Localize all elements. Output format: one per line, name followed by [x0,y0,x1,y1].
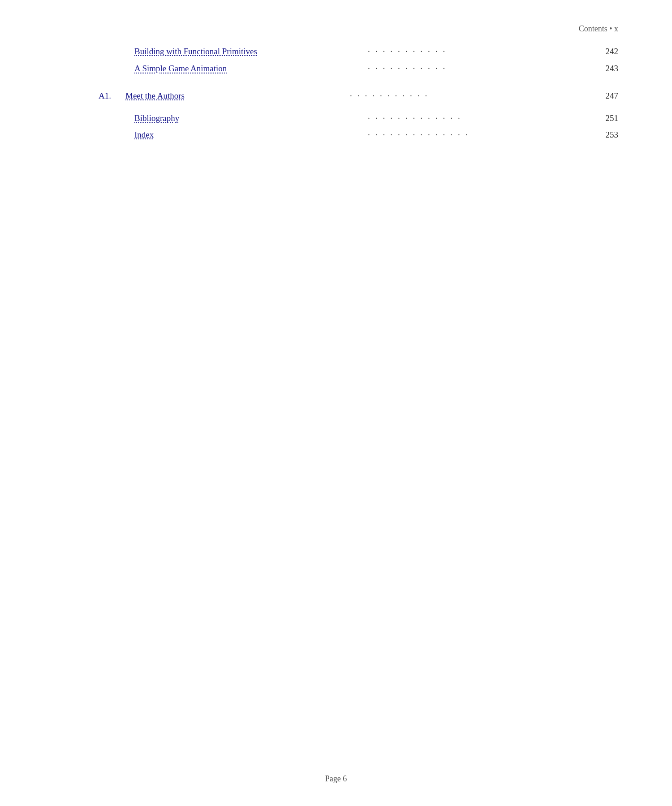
toc-label-area-index: Index [134,128,360,142]
toc-link-index[interactable]: Index [134,128,154,142]
toc-link-game[interactable]: A Simple Game Animation [134,62,227,75]
toc-section-num-a1: A1. [99,89,125,103]
toc-link-bibliography[interactable]: Bibliography [134,112,179,125]
page: Contents • x Building with Functional Pr… [0,0,672,806]
toc-link-building[interactable]: Building with Functional Primitives [134,45,257,58]
footer-text: Page 6 [325,774,347,783]
toc-row-building: Building with Functional Primitives · · … [99,45,618,58]
toc-page-game: 243 [596,62,618,75]
toc-dots-game: · · · · · · · · · · · [360,62,596,75]
toc-dots-biblio: · · · · · · · · · · · · · [360,112,596,125]
toc-content: Building with Functional Primitives · · … [99,45,618,145]
toc-row-index: Index · · · · · · · · · · · · · · 253 [99,128,618,142]
toc-dots-authors: · · · · · · · · · · · [342,89,596,103]
toc-page-authors: 247 [596,89,618,103]
toc-dots-building: · · · · · · · · · · · [360,45,596,58]
header-text: Contents • x [579,24,618,33]
toc-dots-index: · · · · · · · · · · · · · · [360,128,596,142]
toc-row-meet-authors: A1. Meet the Authors · · · · · · · · · ·… [99,89,618,103]
toc-page-building: 242 [596,45,618,58]
page-header: Contents • x [579,24,618,34]
toc-label-area-authors: A1. Meet the Authors [99,89,342,103]
toc-label-area-biblio: Bibliography [134,112,360,125]
toc-label-area-game: A Simple Game Animation [134,62,360,75]
toc-label-area: Building with Functional Primitives [134,45,360,58]
page-footer: Page 6 [0,774,672,784]
toc-row-bibliography: Bibliography · · · · · · · · · · · · · 2… [99,112,618,125]
toc-page-biblio: 251 [596,112,618,125]
toc-page-index: 253 [596,128,618,142]
toc-row-game: A Simple Game Animation · · · · · · · · … [99,62,618,75]
toc-link-meet-authors[interactable]: Meet the Authors [125,89,185,103]
